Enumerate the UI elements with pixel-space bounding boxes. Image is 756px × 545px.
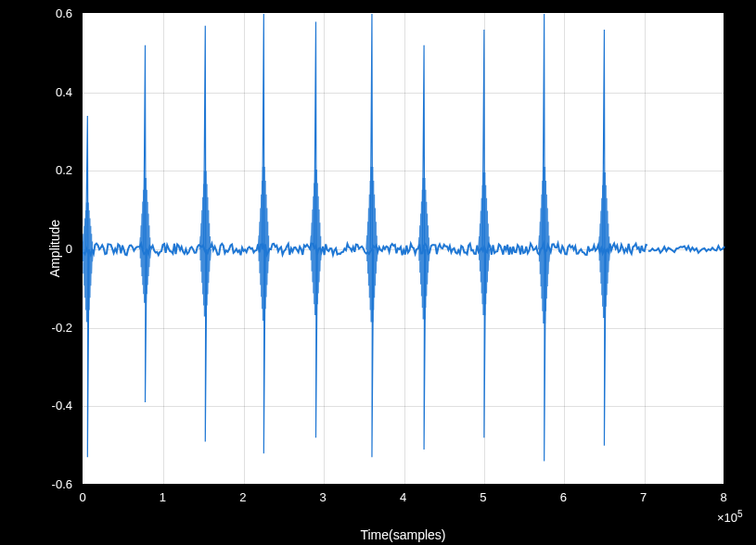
impulse-ringing xyxy=(367,167,377,322)
impulse-ringing xyxy=(311,170,320,315)
plot-area xyxy=(82,12,724,485)
x-tick-label: 3 xyxy=(320,490,327,504)
x-axis-exponent: ×105 xyxy=(717,509,743,525)
series-baseline xyxy=(83,244,724,256)
x-tick-label: 1 xyxy=(160,490,166,504)
y-tick-label: -0.2 xyxy=(41,320,72,334)
y-tick-label: 0 xyxy=(41,242,72,256)
x-tick-label: 8 xyxy=(720,490,726,504)
impulse-ringing xyxy=(200,171,210,317)
x-axis-label: Time(samples) xyxy=(360,527,445,542)
y-tick-label: 0.6 xyxy=(41,6,72,20)
x-tick-label: 6 xyxy=(560,490,567,504)
y-tick-label: -0.4 xyxy=(41,399,72,412)
x-tick-label: 5 xyxy=(480,490,486,504)
x-tick-label: 2 xyxy=(239,490,246,504)
impulse-ringing xyxy=(259,167,268,321)
x-tick-label: 4 xyxy=(400,490,406,504)
impulse-ringing xyxy=(83,203,92,323)
impulse-ringing xyxy=(539,167,548,323)
impulse-ringing xyxy=(140,178,149,303)
chart-container: Amplitude Time(samples) ×105 012345678-0… xyxy=(0,0,756,545)
y-tick-label: -0.6 xyxy=(41,477,72,491)
impulse-ringing xyxy=(480,172,489,315)
series-svg xyxy=(83,13,725,486)
y-tick-label: 0.2 xyxy=(41,163,72,177)
impulse-ringing xyxy=(599,172,609,318)
impulse-ringing xyxy=(419,178,429,320)
x-tick-label: 0 xyxy=(79,490,85,504)
y-tick-label: 0.4 xyxy=(41,84,72,98)
x-tick-label: 7 xyxy=(640,490,647,504)
